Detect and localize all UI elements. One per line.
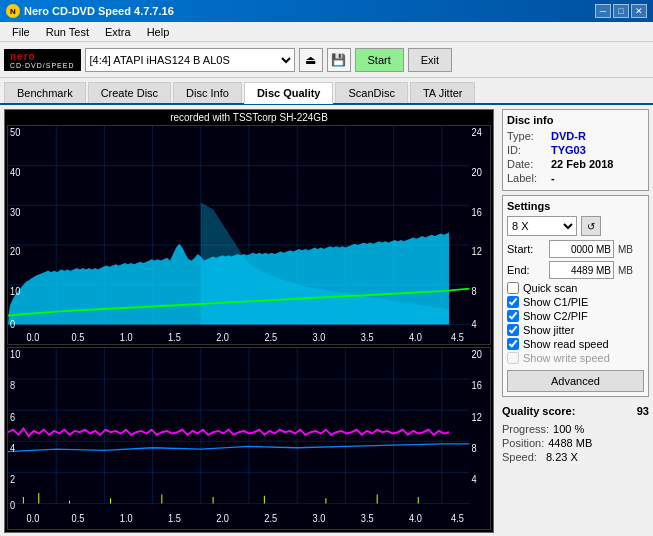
upper-chart: 50 40 30 20 10 0 24 20 16 12 8 4 0.0 0.5: [7, 125, 491, 345]
minimize-button[interactable]: ─: [595, 4, 611, 18]
app-title: Nero CD-DVD Speed 4.7.7.16: [24, 5, 174, 17]
svg-text:0.0: 0.0: [26, 510, 39, 523]
logo-bottom: CD·DVD/SPEED: [10, 62, 75, 69]
speed-select[interactable]: 8 X MAX 4 X 6 X 12 X: [507, 216, 577, 236]
show-c2-row: Show C2/PIF: [507, 310, 644, 322]
logo-top: nero: [10, 51, 36, 62]
svg-text:0.5: 0.5: [72, 331, 85, 343]
svg-text:40: 40: [10, 166, 20, 178]
menu-bar: File Run Test Extra Help: [0, 22, 653, 42]
maximize-button[interactable]: □: [613, 4, 629, 18]
show-write-speed-checkbox: [507, 352, 519, 364]
title-bar: N Nero CD-DVD Speed 4.7.7.16 ─ □ ✕: [0, 0, 653, 22]
disc-id-row: ID: TYG03: [507, 144, 644, 156]
svg-text:0.5: 0.5: [72, 510, 85, 523]
svg-text:1.5: 1.5: [168, 510, 181, 523]
close-button[interactable]: ✕: [631, 4, 647, 18]
title-bar-left: N Nero CD-DVD Speed 4.7.7.16: [6, 4, 174, 18]
disc-info-title: Disc info: [507, 114, 644, 126]
tab-create-disc[interactable]: Create Disc: [88, 82, 171, 103]
position-label: Position:: [502, 437, 544, 449]
disc-info-box: Disc info Type: DVD-R ID: TYG03 Date: 22…: [502, 109, 649, 191]
disc-type-row: Type: DVD-R: [507, 130, 644, 142]
disc-id-label: ID:: [507, 144, 547, 156]
svg-text:3.0: 3.0: [313, 510, 326, 523]
quick-scan-checkbox[interactable]: [507, 282, 519, 294]
svg-text:2.0: 2.0: [216, 510, 229, 523]
disc-date-label: Date:: [507, 158, 547, 170]
drive-select[interactable]: [4:4] ATAPI iHAS124 B AL0S: [85, 48, 295, 72]
tab-scandisc[interactable]: ScanDisc: [335, 82, 407, 103]
menu-run-test[interactable]: Run Test: [38, 24, 97, 40]
svg-text:50: 50: [10, 126, 20, 138]
disc-date-row: Date: 22 Feb 2018: [507, 158, 644, 170]
tab-disc-info[interactable]: Disc Info: [173, 82, 242, 103]
show-jitter-checkbox[interactable]: [507, 324, 519, 336]
lower-chart-svg: 10 8 6 4 2 0 20 16 12 8 4 0.0 0.5 1.0: [8, 348, 490, 529]
settings-title: Settings: [507, 200, 644, 212]
tab-disc-quality[interactable]: Disc Quality: [244, 82, 334, 104]
svg-text:3.5: 3.5: [361, 331, 374, 343]
tab-bar: Benchmark Create Disc Disc Info Disc Qua…: [0, 78, 653, 105]
svg-text:4: 4: [10, 440, 15, 453]
svg-text:1.5: 1.5: [168, 331, 181, 343]
show-c2-checkbox[interactable]: [507, 310, 519, 322]
app-logo: nero CD·DVD/SPEED: [4, 49, 81, 71]
disc-label-label: Label:: [507, 172, 547, 184]
chart-container: 50 40 30 20 10 0 24 20 16 12 8 4 0.0 0.5: [7, 125, 491, 530]
show-read-speed-checkbox[interactable]: [507, 338, 519, 350]
app-icon: N: [6, 4, 20, 18]
svg-text:2: 2: [10, 471, 15, 484]
disc-label-row: Label: -: [507, 172, 644, 184]
progress-label: Progress:: [502, 423, 549, 435]
quality-row: Quality score: 93: [502, 405, 649, 417]
show-c1-label: Show C1/PIE: [523, 296, 588, 308]
advanced-button[interactable]: Advanced: [507, 370, 644, 392]
svg-text:16: 16: [472, 206, 482, 218]
exit-button[interactable]: Exit: [408, 48, 452, 72]
svg-text:10: 10: [10, 285, 20, 297]
end-unit: MB: [618, 265, 633, 276]
tab-ta-jitter[interactable]: TA Jitter: [410, 82, 476, 103]
menu-extra[interactable]: Extra: [97, 24, 139, 40]
show-write-speed-label: Show write speed: [523, 352, 610, 364]
chart-area: recorded with TSSTcorp SH-224GB: [4, 109, 494, 533]
chart-title: recorded with TSSTcorp SH-224GB: [7, 112, 491, 123]
svg-text:20: 20: [472, 166, 482, 178]
svg-text:3.5: 3.5: [361, 510, 374, 523]
position-row: Position: 4488 MB: [502, 437, 649, 449]
svg-text:10: 10: [10, 348, 20, 361]
svg-text:2.5: 2.5: [264, 331, 277, 343]
show-c1-row: Show C1/PIE: [507, 296, 644, 308]
svg-text:20: 20: [472, 348, 482, 361]
quick-scan-row: Quick scan: [507, 282, 644, 294]
svg-text:16: 16: [472, 378, 482, 391]
show-jitter-label: Show jitter: [523, 324, 574, 336]
start-button[interactable]: Start: [355, 48, 404, 72]
lower-chart: 10 8 6 4 2 0 20 16 12 8 4 0.0 0.5 1.0: [7, 347, 491, 530]
menu-file[interactable]: File: [4, 24, 38, 40]
disc-type-label: Type:: [507, 130, 547, 142]
disc-label-value: -: [551, 172, 555, 184]
menu-help[interactable]: Help: [139, 24, 178, 40]
title-bar-buttons: ─ □ ✕: [595, 4, 647, 18]
speed-label: Speed:: [502, 451, 542, 463]
start-input[interactable]: [549, 240, 614, 258]
svg-text:20: 20: [10, 245, 20, 257]
svg-text:2.0: 2.0: [216, 331, 229, 343]
tab-benchmark[interactable]: Benchmark: [4, 82, 86, 103]
main-content: recorded with TSSTcorp SH-224GB: [0, 105, 653, 536]
save-button[interactable]: 💾: [327, 48, 351, 72]
progress-row: Progress: 100 %: [502, 423, 649, 435]
show-read-speed-label: Show read speed: [523, 338, 609, 350]
speed-icon-button[interactable]: ↺: [581, 216, 601, 236]
eject-button[interactable]: ⏏: [299, 48, 323, 72]
svg-text:4.0: 4.0: [409, 510, 422, 523]
end-input[interactable]: [549, 261, 614, 279]
upper-chart-svg: 50 40 30 20 10 0 24 20 16 12 8 4 0.0 0.5: [8, 126, 490, 344]
show-jitter-row: Show jitter: [507, 324, 644, 336]
show-c1-checkbox[interactable]: [507, 296, 519, 308]
end-range-row: End: MB: [507, 261, 644, 279]
end-label: End:: [507, 264, 545, 276]
settings-box: Settings 8 X MAX 4 X 6 X 12 X ↺ Start: M…: [502, 195, 649, 397]
